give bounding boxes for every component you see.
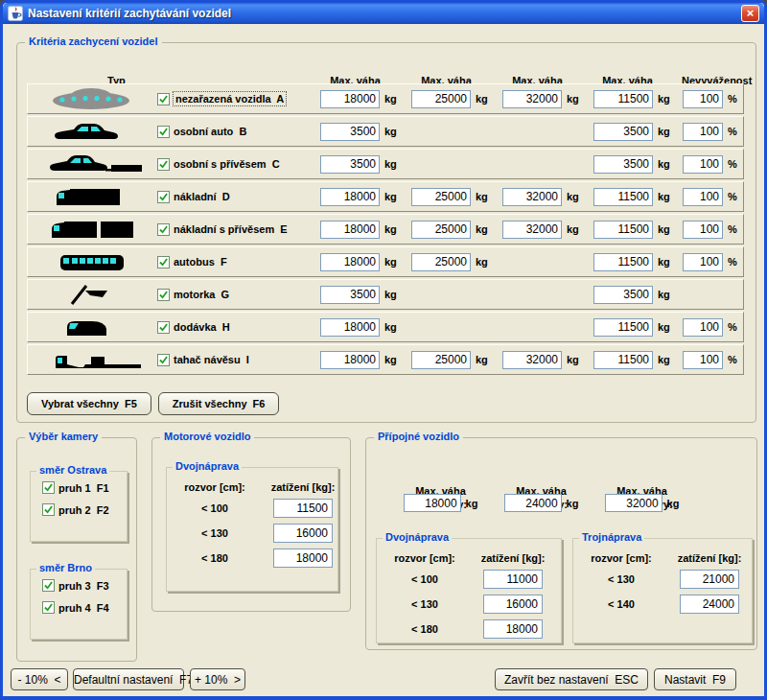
axle-row: < 140 — [573, 595, 752, 614]
w2-input[interactable] — [320, 123, 380, 141]
lane-checkbox[interactable] — [42, 481, 55, 494]
wax-input[interactable] — [593, 221, 653, 239]
unit-label: % — [728, 126, 737, 137]
value-cell: % — [683, 221, 745, 239]
trailer-weight-2axle-input[interactable] — [404, 494, 461, 512]
value-cell: kg — [593, 123, 683, 141]
unb-input[interactable] — [683, 221, 723, 239]
w2-input[interactable] — [320, 155, 380, 174]
wax-input[interactable] — [593, 253, 653, 271]
wg3-input[interactable] — [502, 188, 562, 206]
vehicle-checkbox[interactable] — [157, 354, 170, 366]
decrease-10-percent-button[interactable]: - 10% < — [11, 668, 68, 690]
w2-input[interactable] — [320, 188, 380, 206]
vehicle-select: osobní s přívěsem C — [157, 158, 320, 171]
vehicle-label: nákladní s přívěsem E — [174, 223, 288, 235]
value-cell: kg — [502, 221, 593, 239]
wax-input[interactable] — [593, 318, 653, 337]
select-all-button[interactable]: Vybrat všechny F5 — [27, 392, 151, 415]
w2-input[interactable] — [320, 253, 380, 271]
close-button[interactable]: × — [741, 5, 759, 22]
w3-input[interactable] — [411, 221, 471, 239]
vehicle-label: tahač návěsu I — [174, 354, 249, 365]
trailer-weight-gt3axle-input[interactable] — [605, 494, 662, 512]
wax-input[interactable] — [593, 286, 653, 304]
vehicle-checkbox[interactable] — [157, 289, 170, 301]
unit-label: kg — [476, 223, 488, 235]
axle-load-input[interactable] — [273, 524, 333, 543]
vehicle-checkbox[interactable] — [157, 93, 170, 105]
java-app-icon — [8, 6, 23, 21]
motor-twin-axle-panel: Dvojnáprava rozvor [cm]: zatížení [kg]: … — [166, 467, 338, 592]
value-cell: % — [683, 155, 745, 174]
default-settings-button[interactable]: Defaultní nastavení F7 — [73, 668, 184, 690]
wg3-input[interactable] — [502, 351, 562, 369]
unb-input[interactable] — [683, 188, 723, 206]
vehicle-checkbox[interactable] — [157, 191, 170, 203]
axle-load-input[interactable] — [273, 499, 333, 518]
axle-range-label: < 100 — [171, 502, 259, 514]
w3-input[interactable] — [411, 253, 471, 271]
w2-input[interactable] — [320, 318, 380, 337]
unit-label: kg — [476, 256, 488, 268]
value-cell: kg — [320, 221, 411, 239]
axle-row: < 180 — [377, 619, 561, 639]
unb-input[interactable] — [683, 318, 723, 337]
lane-checkbox[interactable] — [42, 503, 55, 516]
close-without-saving-button[interactable]: Zavřít bez nastavení ESC — [495, 668, 648, 690]
axle-table-header: rozvor [cm]: zatížení [kg]: — [171, 481, 336, 493]
vehicle-select: nákladní s přívěsem E — [157, 223, 320, 236]
value-cell: kg — [593, 286, 683, 304]
w2-input[interactable] — [320, 286, 380, 304]
lane-checkbox[interactable] — [42, 579, 55, 592]
axle-load-input[interactable] — [680, 595, 739, 614]
lane-item: pruh 2 F2 — [42, 503, 127, 516]
value-cell: kg — [320, 253, 411, 271]
unit-label: kg — [567, 191, 579, 202]
trailer-weight-3axle-input[interactable] — [504, 494, 562, 512]
w2-input[interactable] — [320, 221, 380, 239]
vehicle-checkbox[interactable] — [157, 321, 170, 334]
unb-input[interactable] — [683, 253, 723, 271]
w3-input[interactable] — [411, 90, 471, 108]
wax-input[interactable] — [593, 123, 653, 141]
unit-label: kg — [667, 498, 680, 509]
increase-10-percent-button[interactable]: + 10% > — [190, 668, 245, 690]
clear-all-button[interactable]: Zrušit všechny F6 — [158, 392, 280, 415]
ufo-icon — [28, 85, 157, 112]
wax-input[interactable] — [593, 155, 653, 174]
wax-input[interactable] — [593, 90, 653, 108]
value-cell: kg — [320, 351, 411, 369]
wg3-input[interactable] — [502, 221, 562, 239]
lane-item: pruh 4 F4 — [42, 601, 127, 614]
lane-checkbox[interactable] — [42, 601, 55, 614]
axle-row: < 100 — [167, 499, 337, 518]
value-cell: kg — [593, 155, 683, 174]
axle-row: < 180 — [167, 548, 337, 568]
unb-input[interactable] — [683, 123, 723, 141]
w3-input[interactable] — [411, 351, 471, 369]
axle-load-input[interactable] — [483, 619, 543, 639]
w2-input[interactable] — [320, 90, 380, 108]
lane-label: pruh 1 F1 — [58, 482, 109, 494]
axle-load-input[interactable] — [483, 595, 543, 614]
vehicle-checkbox[interactable] — [157, 256, 170, 268]
wg3-input[interactable] — [502, 90, 562, 108]
axle-load-input[interactable] — [680, 570, 739, 589]
value-cell: kg — [320, 188, 411, 206]
vehicle-checkbox[interactable] — [157, 126, 170, 138]
unb-input[interactable] — [683, 90, 723, 108]
vehicle-checkbox[interactable] — [157, 223, 170, 236]
vehicle-checkbox[interactable] — [157, 158, 170, 171]
wax-input[interactable] — [593, 351, 653, 369]
axle-load-input[interactable] — [273, 548, 333, 568]
unb-input[interactable] — [683, 155, 723, 174]
w2-input[interactable] — [320, 351, 380, 369]
unit-label: % — [728, 158, 737, 170]
apply-settings-button[interactable]: Nastavit F9 — [654, 668, 736, 690]
w3-input[interactable] — [411, 188, 471, 206]
axle-load-input[interactable] — [483, 570, 543, 589]
wax-input[interactable] — [593, 188, 653, 206]
unb-input[interactable] — [683, 351, 723, 369]
unit-label: kg — [658, 256, 670, 268]
